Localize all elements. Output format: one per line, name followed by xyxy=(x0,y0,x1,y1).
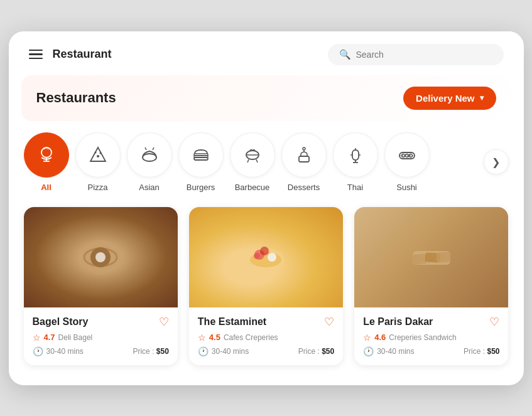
rating-number: 4.7 xyxy=(44,333,55,342)
category-icon-burgers xyxy=(178,132,224,178)
card-title-row: Le Paris Dakar ♡ xyxy=(363,315,499,329)
category-icon-thai xyxy=(333,132,378,178)
category-item-barbecue[interactable]: Barbecue xyxy=(230,132,275,192)
svg-line-8 xyxy=(153,147,154,150)
category-item-desserts[interactable]: Desserts xyxy=(281,132,327,192)
next-category-button[interactable]: ❯ xyxy=(484,149,509,174)
category-icon-all xyxy=(24,132,69,178)
restaurant-cards: Bagel Story ♡ ☆ 4.7 Deli Bagel 🕐 30-40 m… xyxy=(9,207,524,365)
card-body-bagel-story: Bagel Story ♡ ☆ 4.7 Deli Bagel 🕐 30-40 m… xyxy=(24,307,178,365)
delivery-time-text: 30-40 mins xyxy=(212,347,249,356)
svg-point-0 xyxy=(41,147,52,157)
category-item-pizza[interactable]: Pizza xyxy=(75,132,121,192)
card-title-row: Bagel Story ♡ xyxy=(33,315,169,329)
cuisine-label: Deli Bagel xyxy=(58,333,93,342)
category-item-thai[interactable]: Thai xyxy=(333,132,378,192)
card-body-le-paris-dakar: Le Paris Dakar ♡ ☆ 4.6 Creperies Sandwic… xyxy=(354,307,508,365)
svg-point-4 xyxy=(94,151,96,153)
card-body-the-estaminet: The Estaminet ♡ ☆ 4.5 Cafes Creperies 🕐 … xyxy=(189,307,343,365)
price-value: $50 xyxy=(156,347,169,356)
chevron-down-icon: ▾ xyxy=(480,93,484,102)
header: Restaurant 🔍 xyxy=(9,31,524,75)
category-label-thai: Thai xyxy=(347,183,363,192)
delivery-time: 🕐 30-40 mins xyxy=(33,346,84,356)
card-info-row: 🕐 30-40 mins Price : $50 xyxy=(33,346,169,356)
svg-point-37 xyxy=(268,253,276,262)
card-rating-row: ☆ 4.7 Deli Bagel xyxy=(33,333,169,343)
cuisine-label: Cafes Creperies xyxy=(224,333,278,342)
chevron-right-icon: ❯ xyxy=(492,156,500,168)
hero-section: Restaurants Delivery New ▾ xyxy=(21,75,511,121)
delivery-button[interactable]: Delivery New ▾ xyxy=(403,87,496,110)
category-icon-pizza xyxy=(75,132,121,178)
svg-rect-39 xyxy=(411,253,426,264)
category-icon-desserts xyxy=(281,132,327,178)
search-input[interactable] xyxy=(356,50,492,60)
cuisine-label: Creperies Sandwich xyxy=(389,333,456,342)
price-value: $50 xyxy=(487,347,499,356)
card-title-row: The Estaminet ♡ xyxy=(198,315,334,329)
category-label-desserts: Desserts xyxy=(288,183,320,192)
rating-number: 4.5 xyxy=(209,333,220,342)
svg-point-16 xyxy=(303,147,305,150)
restaurant-card-bagel-story[interactable]: Bagel Story ♡ ☆ 4.7 Deli Bagel 🕐 30-40 m… xyxy=(24,207,178,365)
delivery-time: 🕐 30-40 mins xyxy=(198,346,249,356)
price-info: Price : $50 xyxy=(133,347,168,356)
star-icon: ☆ xyxy=(198,333,206,343)
svg-rect-41 xyxy=(436,252,450,262)
price-info: Price : $50 xyxy=(298,347,334,356)
delivery-time: 🕐 30-40 mins xyxy=(363,346,414,356)
favorite-icon[interactable]: ♡ xyxy=(159,315,169,329)
svg-point-35 xyxy=(254,253,260,259)
search-bar[interactable]: 🔍 xyxy=(328,44,504,65)
svg-point-6 xyxy=(143,154,156,161)
category-item-all[interactable]: All xyxy=(24,132,69,192)
category-item-burgers[interactable]: Burgers xyxy=(178,132,224,192)
favorite-icon[interactable]: ♡ xyxy=(324,315,334,329)
svg-rect-11 xyxy=(194,157,208,160)
category-label-asian: Asian xyxy=(139,183,160,192)
restaurant-image-bagel-story xyxy=(24,207,178,307)
restaurant-name: Bagel Story xyxy=(33,316,89,328)
card-info-row: 🕐 30-40 mins Price : $50 xyxy=(198,346,334,356)
restaurant-card-the-estaminet[interactable]: The Estaminet ♡ ☆ 4.5 Cafes Creperies 🕐 … xyxy=(189,207,343,365)
svg-rect-17 xyxy=(352,150,359,160)
card-rating-row: ☆ 4.6 Creperies Sandwich xyxy=(363,333,499,343)
clock-icon: 🕐 xyxy=(33,346,43,356)
menu-icon[interactable] xyxy=(29,50,43,60)
favorite-icon[interactable]: ♡ xyxy=(489,315,499,329)
category-icon-sushi xyxy=(384,132,430,178)
card-rating-row: ☆ 4.5 Cafes Creperies xyxy=(198,333,334,343)
category-label-burgers: Burgers xyxy=(187,183,215,192)
clock-icon: 🕐 xyxy=(198,346,209,356)
delivery-time-text: 30-40 mins xyxy=(46,347,84,356)
category-icon-asian xyxy=(127,132,172,178)
app-title: Restaurant xyxy=(53,48,112,61)
category-label-pizza: Pizza xyxy=(88,183,108,192)
restaurant-name: Le Paris Dakar xyxy=(363,316,433,328)
category-label-all: All xyxy=(41,183,52,192)
svg-point-5 xyxy=(99,152,101,154)
svg-point-3 xyxy=(97,155,99,157)
delivery-time-text: 30-40 mins xyxy=(377,347,414,356)
category-item-asian[interactable]: Asian xyxy=(127,132,172,192)
delivery-btn-label: Delivery New xyxy=(416,93,474,104)
category-label-sushi: Sushi xyxy=(396,183,417,192)
svg-line-7 xyxy=(145,147,146,150)
search-icon: 🔍 xyxy=(339,49,351,60)
category-item-sushi[interactable]: Sushi xyxy=(384,132,430,192)
restaurant-card-le-paris-dakar[interactable]: Le Paris Dakar ♡ ☆ 4.6 Creperies Sandwic… xyxy=(354,207,508,365)
price-info: Price : $50 xyxy=(464,347,499,356)
rating-number: 4.6 xyxy=(374,333,386,342)
svg-point-30 xyxy=(95,252,106,262)
page-title: Restaurants xyxy=(36,90,116,106)
restaurant-image-the-estaminet xyxy=(189,207,343,307)
star-icon: ☆ xyxy=(33,333,41,343)
app-container: Restaurant 🔍 Restaurants Delivery New ▾ xyxy=(9,31,524,385)
restaurant-image-le-paris-dakar xyxy=(354,207,508,307)
svg-point-36 xyxy=(260,247,269,255)
price-value: $50 xyxy=(322,347,334,356)
category-label-barbecue: Barbecue xyxy=(235,183,270,192)
category-section: All Pizza xyxy=(9,132,524,192)
clock-icon: 🕐 xyxy=(363,346,374,356)
